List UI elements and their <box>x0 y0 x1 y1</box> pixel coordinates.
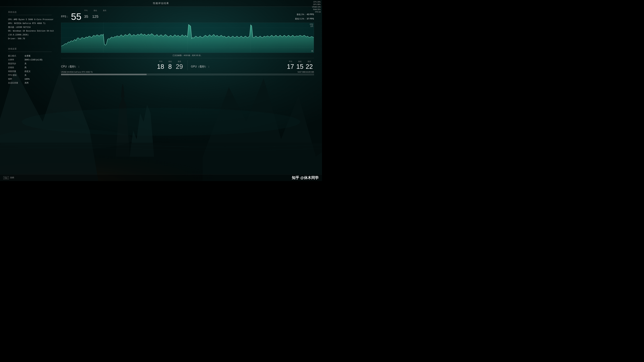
settings-label: 窗口模式 <box>8 54 23 57</box>
esc-button[interactable]: Esc <box>3 176 9 179</box>
gpu-label: GPU（毫秒）： <box>191 65 210 68</box>
settings-value: 自定义 <box>24 70 30 73</box>
settings-label: 画面质量 <box>8 70 23 73</box>
vram-header: VRAM (NVIDIA GeForce RTX 4060 Ti) 5437 M… <box>61 71 314 73</box>
settings-label: 分辨率 <box>8 58 23 61</box>
watermark: 知乎 @休木同学 <box>292 175 319 180</box>
settings-row: 视野100% <box>8 78 57 80</box>
main-area: 系统信息 CPU：AMD Ryzen 5 5600 6-Core Process… <box>0 7 322 181</box>
settings-table: 窗口模式全屏幕分辨率3840 x 2160 (x1.00)垂直同步关反锯齿高画面… <box>8 54 57 84</box>
perf-divider <box>188 60 188 70</box>
graph-divider <box>61 58 314 58</box>
sysinfo-display: 显示器：LECOO N2721U <box>8 26 57 29</box>
settings-row: 分辨率3840 x 2160 (x1.00) <box>8 58 57 61</box>
sysinfo-text: CPU：AMD Ryzen 5 5600 6-Core Processor GP… <box>8 18 57 41</box>
sysinfo-os: OS: Windows 10 Business Edition 64-bit (… <box>8 29 57 37</box>
graph-fps-label: FPS 125 <box>310 24 313 27</box>
settings-label: 视野 <box>8 78 23 80</box>
gpu-hdr-min: 最低 <box>295 60 304 63</box>
gpu-col-headers: 平均 最低 最高 <box>191 60 314 63</box>
fps-avg-value: 55 <box>71 12 81 21</box>
gpu-hdr-max: 最高 <box>304 60 314 63</box>
page-title: 性能评估结果 <box>153 2 169 5</box>
perf-section: 平均 最低 最高 CPU（毫秒）： 18 8 29 <box>61 60 314 70</box>
gpu-avg: 17 <box>286 63 295 70</box>
fps-max-value: 125 <box>92 14 98 19</box>
vram-bar-fill <box>61 74 146 75</box>
fps-col-headers: 平均 最低 最高 <box>61 10 314 12</box>
settings-row: 反锯齿高 <box>8 66 57 69</box>
sysinfo-gpu: GPU: NVIDIA GeForce RTX 4060 Ti <box>8 22 57 26</box>
vram-value: 5437 MB/16109 MB <box>298 71 314 73</box>
settings-value: 100% <box>24 78 30 80</box>
fps-hdr-avg: 平均 <box>81 10 90 12</box>
close-label: 关闭 <box>10 176 14 179</box>
fps-hdr-min: 最低 <box>90 10 100 12</box>
sysinfo-driver: Driver: 560.70 <box>8 37 57 41</box>
settings-label: 自适应质量 <box>8 82 23 84</box>
settings-value: 3840 x 2160 (x1.00) <box>24 58 42 61</box>
fps-section: 平均 最低 最高 FPS： 55 35 125 最低 1%： <box>61 10 314 21</box>
fps-percentiles: 最低 1%： 43 FPS 最低 0.1%： 37 FPS <box>295 12 314 21</box>
cpu-col-headers: 平均 最低 最高 <box>61 60 184 63</box>
render-info: 已渲染帧数：4638 帧，耗时 85 秒。 <box>61 54 314 57</box>
fps-pct1: 最低 1%： 43 FPS <box>295 12 314 16</box>
settings-value: 关闭 <box>24 82 28 84</box>
cpu-min: 8 <box>165 63 175 70</box>
cpu-label: CPU（毫秒）： <box>61 65 80 68</box>
gamesettings-section-title: 游戏设置 <box>8 48 57 50</box>
settings-label: 反锯齿 <box>8 66 23 69</box>
sys-overlay: CPU 29% GPU 98% VRAM 13% RAM 35% FPS 58 <box>312 1 321 13</box>
cpu-hdr-min: 最低 <box>165 60 175 63</box>
settings-row: 窗口模式全屏幕 <box>8 54 57 57</box>
main-content: CPU 29% GPU 98% VRAM 13% RAM 35% FPS 58 … <box>0 0 322 181</box>
settings-row: 垂直同步关 <box>8 62 57 65</box>
fps-min-value: 35 <box>84 14 88 19</box>
cpu-hdr-max: 最高 <box>175 60 184 63</box>
fps-minmax: 35 125 <box>84 14 98 19</box>
gpu-vals: 17 15 22 <box>286 63 314 70</box>
overlay-gpu: GPU 98% <box>312 3 321 6</box>
fps-graph-svg <box>61 23 314 53</box>
cpu-vals: 18 8 29 <box>156 63 184 70</box>
overlay-fps: FPS 58 <box>312 11 321 13</box>
settings-label: 垂直同步 <box>8 62 23 65</box>
sysinfo-section-title: 系统信息 <box>8 11 57 14</box>
overlay-vram: VRAM 13% <box>312 6 321 8</box>
gpu-max: 22 <box>304 63 314 70</box>
settings-row: 自适应质量关闭 <box>8 82 57 84</box>
settings-value: 全屏幕 <box>24 54 30 57</box>
fps-pct01: 最低 0.1%： 37 FPS <box>295 16 314 21</box>
fps-hdr-max: 最高 <box>100 10 109 12</box>
top-bar: CPU 29% GPU 98% VRAM 13% RAM 35% FPS 58 … <box>0 0 322 7</box>
gpu-block: 平均 最低 最高 GPU（毫秒）： 17 15 22 <box>191 60 314 70</box>
cpu-hdr-avg: 平均 <box>156 60 165 63</box>
left-panel: 系统信息 CPU：AMD Ryzen 5 5600 6-Core Process… <box>0 7 57 181</box>
overlay-ram: RAM 35% <box>312 8 321 11</box>
settings-value: 高 <box>24 66 26 69</box>
settings-value: 关 <box>24 74 26 77</box>
fps-numbers-row: FPS： 55 35 125 最低 1%： 43 FPS 最低 0.1%： <box>61 12 314 21</box>
settings-label: FPS 限制 <box>8 74 23 77</box>
gpu-numbers: GPU（毫秒）： 17 15 22 <box>191 63 314 70</box>
gpu-hdr-avg: 平均 <box>286 60 295 63</box>
settings-value: 关 <box>24 62 26 65</box>
sysinfo-cpu: CPU：AMD Ryzen 5 5600 6-Core Processor <box>8 18 57 22</box>
cpu-max: 29 <box>175 63 184 70</box>
vram-label: VRAM (NVIDIA GeForce RTX 4060 Ti) <box>61 71 92 73</box>
cpu-numbers: CPU（毫秒）： 18 8 29 <box>61 63 184 70</box>
graph-min-label: 35 <box>311 50 313 52</box>
fps-graph: FPS 125 35 <box>61 23 314 53</box>
bottom-bar: Esc 关闭 知乎 @休木同学 <box>0 174 322 181</box>
vram-section: VRAM (NVIDIA GeForce RTX 4060 Ti) 5437 M… <box>61 71 314 75</box>
gpu-min: 15 <box>295 63 304 70</box>
vram-bar <box>61 74 314 75</box>
right-panel: 平均 最低 最高 FPS： 55 35 125 最低 1%： <box>57 7 322 181</box>
overlay-cpu: CPU 29% <box>312 1 321 3</box>
cpu-avg: 18 <box>156 63 165 70</box>
settings-row: 画面质量自定义 <box>8 70 57 73</box>
fps-label: FPS： <box>61 15 69 18</box>
cpu-block: 平均 最低 最高 CPU（毫秒）： 18 8 29 <box>61 60 184 70</box>
settings-row: FPS 限制关 <box>8 74 57 77</box>
